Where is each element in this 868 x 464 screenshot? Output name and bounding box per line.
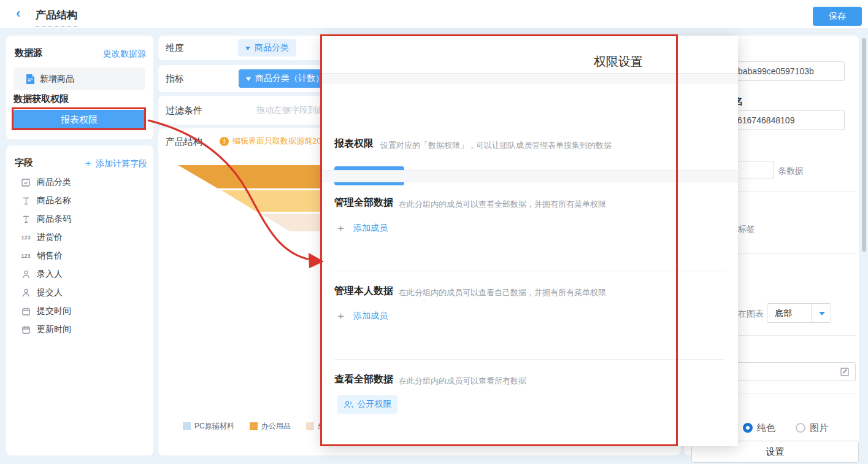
datasource-heading: 数据源 <box>15 47 42 59</box>
add-member-label: 添加成员 <box>353 223 388 234</box>
legend-swatch <box>183 422 191 430</box>
fields-heading: 字段 <box>15 157 33 169</box>
modal-divider <box>334 359 724 360</box>
field-label: 进货价 <box>37 232 63 243</box>
edit-pencil-icon[interactable] <box>840 366 850 377</box>
chevron-down-icon <box>819 312 825 319</box>
number-icon: 123 <box>20 251 32 261</box>
legend-position-label: 在图表 <box>738 309 764 320</box>
datasource-panel: 数据源 更改数据源 新增商品 数据获取权限 报表权限 <box>6 36 153 139</box>
change-datasource-link[interactable]: 更改数据源 <box>103 48 146 60</box>
text-icon <box>20 214 32 224</box>
calendar-icon <box>20 325 32 334</box>
legend-item: PC原辅材料 <box>183 421 234 431</box>
field-label: 提交人 <box>37 287 63 298</box>
document-icon <box>26 74 35 84</box>
calendar-icon <box>20 306 32 316</box>
field-item[interactable]: 商品条码 <box>20 212 71 226</box>
field-item[interactable]: 提交人 <box>20 286 63 300</box>
dimension-chip-label: 商品分类 <box>255 42 289 53</box>
add-member-link[interactable]: ＋ 添加成员 <box>336 309 388 323</box>
datasource-item[interactable]: 新增商品 <box>13 68 145 90</box>
field-label: 更新时间 <box>37 324 71 335</box>
field-item[interactable]: 商品名称 <box>20 194 71 207</box>
metric-chip[interactable]: 商品分类（计数） <box>239 69 331 88</box>
chevron-down-icon <box>245 47 250 53</box>
person-icon <box>20 269 32 279</box>
manage-own-data-heading: 管理本人数据 <box>334 285 393 298</box>
field-label: 销售价 <box>37 250 63 261</box>
manage-all-data-desc: 在此分组内的成员可以查看全部数据，并拥有所有菜单权限 <box>399 199 606 210</box>
radio-selected-icon <box>743 423 753 433</box>
legend-item: 办公用品 <box>250 421 291 431</box>
chevron-down-icon <box>246 77 251 83</box>
image-radio[interactable]: 图片 <box>796 422 828 433</box>
report-permission-desc: 设置对应的「数据权限」，可以让团队成员管理表单搜集到的数据 <box>380 140 612 151</box>
view-all-data-heading: 查看全部数据 <box>334 373 393 386</box>
field-label: 商品分类 <box>37 177 71 188</box>
field-label: 商品名称 <box>37 195 71 206</box>
field-label: 录入人 <box>37 269 63 280</box>
people-icon <box>344 401 354 409</box>
datasource-item-label: 新增商品 <box>40 74 74 85</box>
person-icon <box>20 288 32 298</box>
save-button[interactable]: 保存 <box>813 7 862 26</box>
legend-swatch <box>250 422 258 430</box>
legend-label: PC原辅材料 <box>194 421 234 431</box>
back-icon[interactable]: ‹ <box>16 7 29 20</box>
tag-label: 标签 <box>738 224 755 235</box>
radio-unselected-icon <box>796 423 805 433</box>
report-id-value: baba99ce0597103b <box>738 66 814 76</box>
report-permission-button[interactable]: 报表权限 <box>13 110 145 129</box>
plus-icon: ＋ <box>83 158 96 168</box>
modal-strip <box>322 170 738 182</box>
field-item[interactable]: 123 销售价 <box>20 249 63 263</box>
metric-chip-label: 商品分类（计数） <box>255 73 324 84</box>
text-icon <box>20 196 32 206</box>
scrollbar-thumb[interactable] <box>862 38 866 252</box>
metric-label: 指标 <box>166 73 184 85</box>
access-heading: 数据获取权限 <box>13 93 69 105</box>
plus-icon: ＋ <box>336 221 346 235</box>
row-count-suffix: 条数据 <box>778 166 804 177</box>
modal-divider <box>334 271 724 271</box>
legend-position-select[interactable]: 底部 <box>767 303 831 323</box>
add-member-link[interactable]: ＋ 添加成员 <box>336 221 388 235</box>
manage-own-data-desc: 在此分组内的成员可以查看自己数据，并拥有所有菜单权限 <box>399 287 606 298</box>
category-icon <box>20 177 32 187</box>
number-icon: 123 <box>20 233 32 242</box>
field-item[interactable]: 123 进货价 <box>20 231 63 244</box>
field-item[interactable]: 更新时间 <box>20 323 71 336</box>
modal-strip <box>322 73 738 84</box>
dimension-label: 维度 <box>166 42 184 54</box>
dimension-chip[interactable]: 商品分类 <box>238 39 296 56</box>
field-item[interactable]: 录入人 <box>20 268 63 281</box>
solid-color-radio[interactable]: 纯色 <box>743 422 775 433</box>
public-permission-label: 公开权限 <box>358 399 392 410</box>
report-code-value: 616746848109 <box>737 115 794 125</box>
report-permission-heading: 报表权限 <box>334 137 374 150</box>
plus-icon: ＋ <box>336 309 346 323</box>
field-label: 商品条码 <box>37 214 71 225</box>
filter-label: 过滤条件 <box>166 105 202 117</box>
add-member-label: 添加成员 <box>353 311 388 322</box>
legend-label: 办公用品 <box>261 421 291 431</box>
fields-panel: 字段 ＋ 添加计算字段 商品分类 商品名称 商品条码 123 进货价 123 销… <box>6 145 153 455</box>
top-bar: ‹ 产品结构 保存 <box>0 0 868 28</box>
field-item[interactable]: 商品分类 <box>20 176 71 189</box>
legend-position-value: 底部 <box>775 308 792 319</box>
select-divider <box>811 304 812 322</box>
view-all-data-desc: 在此分组内的成员可以查看所有数据 <box>399 376 526 387</box>
manage-all-data-heading: 管理全部数据 <box>334 196 393 209</box>
app-root: ‹ 产品结构 保存 数据源 更改数据源 新增商品 数据获取权限 报表权限 字段 … <box>0 0 868 464</box>
permission-modal: 权限设置 报表权限 设置对应的「数据权限」，可以让团队成员管理表单搜集到的数据 … <box>322 36 738 446</box>
image-label: 图片 <box>810 422 828 433</box>
public-permission-chip[interactable]: 公开权限 <box>337 395 398 414</box>
field-item[interactable]: 提交时间 <box>20 304 71 318</box>
add-calc-field-link[interactable]: ＋ 添加计算字段 <box>83 157 147 170</box>
legend-swatch <box>306 422 314 430</box>
page-title: 产品结构 <box>36 8 77 27</box>
modal-title: 权限设置 <box>594 53 643 70</box>
solid-color-label: 纯色 <box>757 422 775 433</box>
background-type-radios: 纯色 图片 <box>743 422 828 434</box>
